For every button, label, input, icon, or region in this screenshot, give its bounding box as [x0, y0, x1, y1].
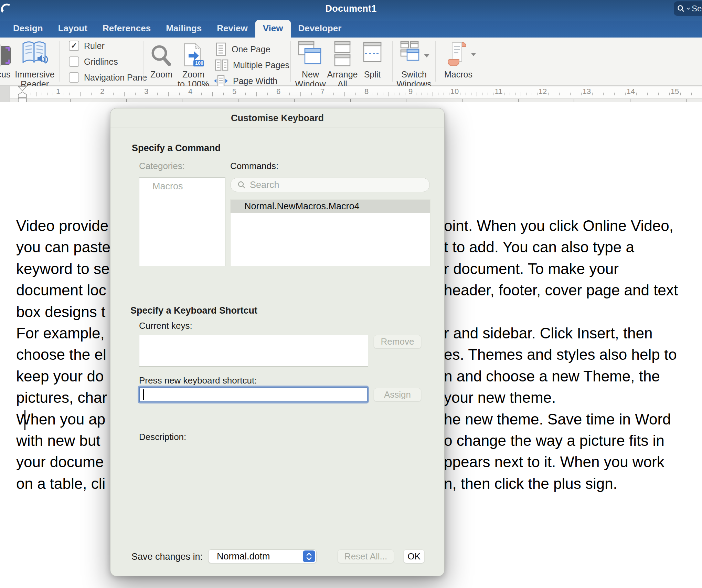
ribbon: cus Immersive Reader ✓RulerGridlinesNavi…	[0, 38, 702, 86]
document-text-line: oint. When you click Online Video,	[444, 215, 673, 237]
document-text-line: When you ap	[16, 409, 105, 430]
document-text-line: your new theme.	[444, 387, 556, 408]
ruler-corner-box	[0, 86, 10, 102]
document-text-line: Video provide	[16, 215, 108, 237]
ok-button[interactable]: OK	[403, 549, 425, 563]
multiple-pages-label: Multiple Pages	[233, 60, 289, 70]
checked-checkbox-icon[interactable]: ✓	[69, 41, 79, 51]
ruler-number: 2	[100, 87, 104, 96]
zoom-label: Zoom	[150, 70, 173, 79]
arrange-all-label: Arrange	[327, 70, 358, 79]
zoom-100-label: Zoom	[177, 70, 210, 79]
separator	[392, 41, 393, 82]
ruler-number: 15	[671, 87, 679, 96]
switch-windows-button[interactable]	[400, 41, 423, 69]
input-caret	[143, 389, 144, 400]
text-cursor	[24, 410, 25, 430]
checkbox-gridlines[interactable]: Gridlines	[69, 57, 147, 66]
macros-label: Macros	[443, 70, 474, 79]
document-text-line: on a table, cli	[16, 473, 105, 494]
focus-icon[interactable]	[0, 44, 11, 69]
command-item[interactable]: Normal.NewMacros.Macro4	[231, 200, 430, 213]
checkbox-navigation-pane[interactable]: Navigation Pane	[69, 73, 147, 82]
remove-button[interactable]: Remove	[374, 335, 421, 348]
tab-mailings[interactable]: Mailings	[158, 20, 209, 38]
document-text-line: he new theme. Save time in Word	[444, 409, 671, 430]
tab-review[interactable]: Review	[209, 20, 255, 38]
tab-layout[interactable]: Layout	[51, 20, 95, 38]
one-page-label: One Page	[232, 44, 270, 54]
document-text-line: keyword to se	[16, 258, 109, 280]
category-item[interactable]: Macros	[139, 178, 225, 192]
ruler-number: 4	[188, 87, 192, 96]
macros-icon	[447, 40, 469, 68]
split-button[interactable]	[362, 41, 382, 69]
titlebar-search[interactable]: Se	[674, 1, 702, 16]
categories-list[interactable]: Macros	[139, 177, 225, 266]
arrange-all-button[interactable]	[333, 41, 352, 69]
new-shortcut-input[interactable]	[139, 387, 368, 402]
ruler-number: 9	[408, 87, 413, 96]
tab-view[interactable]: View	[255, 20, 291, 38]
immersive-reader-button[interactable]	[19, 40, 51, 68]
commands-search-field[interactable]: Search	[230, 178, 430, 192]
switch-windows-dropdown-icon[interactable]	[424, 54, 429, 57]
ruler-number: 7	[320, 87, 325, 96]
zoom-button[interactable]	[150, 44, 172, 69]
macros-button[interactable]	[447, 40, 469, 69]
title-bar: Document1 Se	[0, 0, 702, 21]
checkbox-ruler[interactable]: ✓Ruler	[69, 41, 147, 50]
commands-label: Commands:	[230, 161, 278, 171]
arrange-all-icon	[333, 41, 352, 68]
search-icon	[677, 5, 685, 12]
document-text-line: r document. To make your	[444, 258, 619, 280]
commands-list[interactable]: Normal.NewMacros.Macro4	[230, 199, 430, 266]
document-text-line: n and choose a new Theme, the	[444, 366, 660, 387]
document-text-line: r and sidebar. Click Insert, then	[444, 323, 653, 344]
checkbox-label: Gridlines	[84, 57, 118, 67]
ruler-number: 3	[144, 87, 148, 96]
one-page-button[interactable]: One Page	[215, 42, 270, 56]
zoom-100-button[interactable]: 100	[182, 42, 204, 70]
split-icon	[362, 41, 382, 68]
categories-label: Categories:	[139, 161, 185, 171]
horizontal-ruler[interactable]: 123456789101112131415	[0, 86, 702, 98]
ruler-number: 14	[627, 87, 635, 96]
zoom-100-badge: 100	[194, 60, 204, 66]
dialog-title: Customise Keyboard	[110, 113, 444, 124]
new-window-button[interactable]	[298, 41, 322, 69]
document-text-line: header, footer, cover page and text	[444, 280, 678, 301]
tab-developer[interactable]: Developer	[291, 20, 349, 38]
window-title: Document1	[0, 3, 702, 14]
document-text-line: For example,	[16, 323, 105, 344]
customise-keyboard-dialog: Customise Keyboard Specify a Command Cat…	[110, 108, 445, 576]
checkbox-label: Navigation Pane	[84, 73, 147, 83]
reset-all-button[interactable]: Reset All...	[338, 549, 394, 563]
indent-markers[interactable]	[17, 86, 28, 103]
macros-dropdown-icon[interactable]	[471, 53, 476, 56]
section-specify-shortcut: Specify a Keyboard Shortcut	[130, 305, 257, 316]
page-width-button[interactable]: Page Width	[213, 74, 277, 88]
document-text-line: choose the el	[16, 344, 106, 365]
search-icon	[237, 181, 246, 189]
document-text-line: ppears next to it. When you work	[444, 451, 664, 473]
tab-references[interactable]: References	[95, 20, 158, 38]
ruler-number: 10	[450, 87, 459, 96]
chevron-down-icon	[686, 7, 690, 10]
unchecked-checkbox-icon[interactable]	[69, 72, 79, 83]
ruler-number: 12	[539, 87, 547, 96]
document-text-line: document loc	[16, 280, 106, 301]
unchecked-checkbox-icon[interactable]	[69, 56, 79, 67]
divider	[110, 127, 444, 127]
tab-design[interactable]: Design	[6, 20, 51, 38]
search-label: Se	[692, 4, 702, 13]
save-changes-select[interactable]: Normal.dotm	[208, 549, 317, 563]
current-keys-box[interactable]	[139, 335, 368, 367]
one-page-icon	[215, 42, 227, 56]
document-text-line: with new but	[16, 430, 100, 451]
document-text-line: o change the way a picture fits in	[444, 430, 664, 451]
document-text-line: n, then click the plus sign.	[444, 473, 617, 494]
new-window-label: New	[295, 70, 326, 79]
multiple-pages-button[interactable]: Multiple Pages	[215, 58, 289, 72]
assign-button[interactable]: Assign	[374, 388, 421, 401]
